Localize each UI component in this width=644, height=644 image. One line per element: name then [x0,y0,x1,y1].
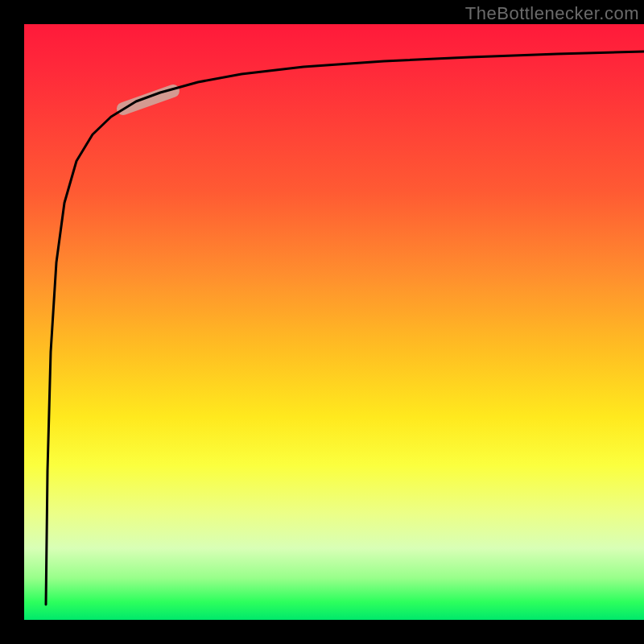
watermark-text: TheBottlenecker.com [465,3,639,24]
chart-frame: TheBottlenecker.com [0,0,644,644]
plot-area [24,24,644,620]
